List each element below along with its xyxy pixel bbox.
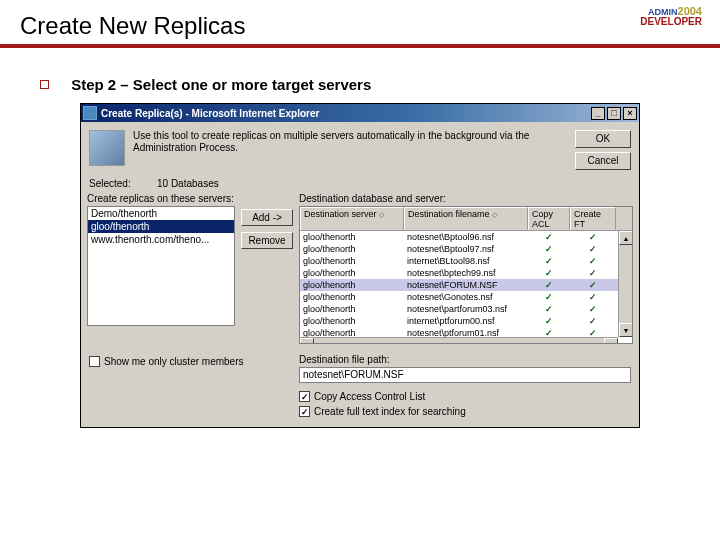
window-icon <box>83 106 97 120</box>
dialog-icon <box>89 130 125 166</box>
add-button[interactable]: Add -> <box>241 209 293 226</box>
maximize-button[interactable]: □ <box>607 107 621 120</box>
grid-header[interactable]: Destination server◇ Destination filename… <box>300 207 632 231</box>
filepath-label: Destination file path: <box>299 354 631 365</box>
table-row[interactable]: gloo/thenorthinternet\BLtool98.nsf✓✓ <box>300 255 632 267</box>
step-heading: Step 2 – Select one or more target serve… <box>40 76 700 93</box>
checkbox-icon[interactable]: ✓ <box>299 391 310 402</box>
table-row[interactable]: gloo/thenorthnotesnet\Bptool96.nsf✓✓ <box>300 231 632 243</box>
servers-label: Create replicas on these servers: <box>87 191 235 206</box>
slide-title: Create New Replicas ADMIN2004 DEVELOPER <box>0 0 720 48</box>
remove-button[interactable]: Remove <box>241 232 293 249</box>
vertical-scrollbar[interactable]: ▲ ▼ <box>618 231 632 337</box>
table-row[interactable]: gloo/thenorthnotesnet\partforum03.nsf✓✓ <box>300 303 632 315</box>
filepath-input[interactable]: notesnet\FORUM.NSF <box>299 367 631 383</box>
bullet-icon <box>40 80 49 89</box>
server-list-item[interactable]: Demo/thenorth <box>88 207 234 220</box>
scroll-down-icon: ▼ <box>619 323 633 337</box>
servers-listbox[interactable]: Demo/thenorthgloo/thenorthwww.thenorth.c… <box>87 206 235 326</box>
close-button[interactable]: × <box>623 107 637 120</box>
table-row[interactable]: gloo/thenorthnotesnet\bptech99.nsf✓✓ <box>300 267 632 279</box>
step-text: Step 2 – Select one or more target serve… <box>71 76 371 93</box>
destination-grid[interactable]: Destination server◇ Destination filename… <box>299 206 633 344</box>
server-list-item[interactable]: www.thenorth.com/theno... <box>88 233 234 246</box>
sort-icon[interactable]: ◇ <box>492 211 497 218</box>
cancel-button[interactable]: Cancel <box>575 152 631 170</box>
horizontal-scrollbar[interactable]: ◄ ► <box>300 337 618 344</box>
col-create-ft: Create FT <box>570 207 616 230</box>
selected-value: 10 Databases <box>157 178 219 189</box>
minimize-button[interactable]: _ <box>591 107 605 120</box>
slide-title-text: Create New Replicas <box>20 12 245 39</box>
selected-label: Selected: <box>89 178 157 189</box>
copy-acl-checkbox[interactable]: ✓ Copy Access Control List <box>299 389 631 404</box>
destination-label: Destination database and server: <box>299 191 633 206</box>
show-cluster-checkbox[interactable]: Show me only cluster members <box>89 354 293 369</box>
window-title: Create Replica(s) - Microsoft Internet E… <box>101 108 589 119</box>
ok-button[interactable]: OK <box>575 130 631 148</box>
table-row[interactable]: gloo/thenorthnotesnet\FORUM.NSF✓✓ <box>300 279 632 291</box>
scroll-right-icon: ► <box>604 338 618 344</box>
table-row[interactable]: gloo/thenorthnotesnet\Gonotes.nsf✓✓ <box>300 291 632 303</box>
col-filename: Destination filename◇ <box>404 207 528 230</box>
sort-icon[interactable]: ◇ <box>379 211 384 218</box>
table-row[interactable]: gloo/thenorthinternet\ptforum00.nsf✓✓ <box>300 315 632 327</box>
dialog-description: Use this tool to create replicas on mult… <box>133 130 575 154</box>
scroll-up-icon: ▲ <box>619 231 633 245</box>
create-ft-checkbox[interactable]: ✓ Create full text index for searching <box>299 404 631 419</box>
checkbox-icon[interactable]: ✓ <box>299 406 310 417</box>
col-copy-acl: Copy ACL <box>528 207 570 230</box>
col-server: Destination server◇ <box>300 207 404 230</box>
conference-logo: ADMIN2004 DEVELOPER <box>640 6 702 27</box>
table-row[interactable]: gloo/thenorthnotesnet\Bptool97.nsf✓✓ <box>300 243 632 255</box>
titlebar[interactable]: Create Replica(s) - Microsoft Internet E… <box>81 104 639 122</box>
checkbox-icon[interactable] <box>89 356 100 367</box>
scroll-left-icon: ◄ <box>300 338 314 344</box>
dialog-window: Create Replica(s) - Microsoft Internet E… <box>80 103 640 428</box>
server-list-item[interactable]: gloo/thenorth <box>88 220 234 233</box>
